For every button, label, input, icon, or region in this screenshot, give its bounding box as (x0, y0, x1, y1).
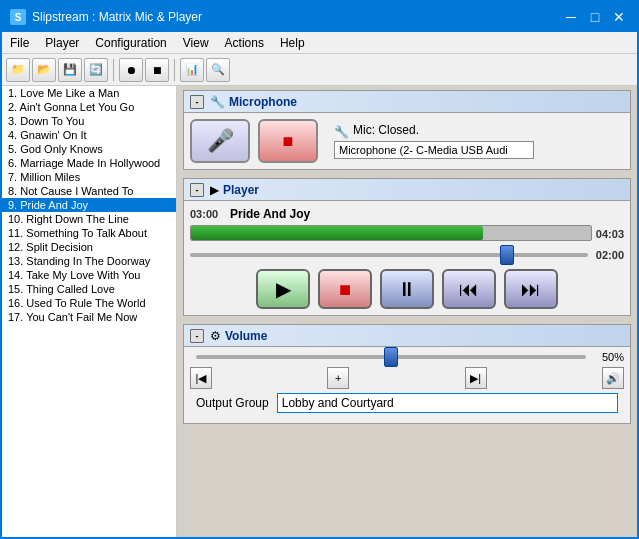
microphone-section-header: - 🔧 Microphone (184, 91, 630, 113)
tb-refresh-button[interactable]: 🔄 (84, 58, 108, 82)
tb-save-button[interactable]: 💾 (58, 58, 82, 82)
minimize-button[interactable]: ─ (561, 7, 581, 27)
player-title: Player (223, 183, 259, 197)
vol-speaker-icon: 🔊 (606, 372, 620, 385)
volume-track[interactable] (196, 355, 586, 359)
vol-start-icon: |◀ (196, 372, 207, 385)
player-section: - ▶ Player 03:00 Pride And Joy (183, 178, 631, 316)
vol-add-icon: + (335, 372, 341, 384)
tb-open-button[interactable]: 📂 (32, 58, 56, 82)
tb-new-button[interactable]: 📁 (6, 58, 30, 82)
toolbar-separator-1 (113, 59, 114, 81)
microphone-section: - 🔧 Microphone 🎤 ■ 🔧 (183, 90, 631, 170)
microphone-section-body: 🎤 ■ 🔧 Mic: Closed. Microphone (2- C-Medi… (184, 113, 630, 169)
player-icon: ▶ (210, 183, 219, 197)
tb-stop-button[interactable]: ⏹ (145, 58, 169, 82)
volume-thumb[interactable] (384, 347, 398, 367)
playlist-item-2[interactable]: 2. Ain't Gonna Let You Go (2, 100, 176, 114)
playlist-item-10[interactable]: 10. Right Down The Line (2, 212, 176, 226)
stop-button[interactable]: ■ (318, 269, 372, 309)
output-group-input[interactable] (277, 393, 618, 413)
player-collapse-button[interactable]: - (190, 183, 204, 197)
toolbar-separator-2 (174, 59, 175, 81)
close-button[interactable]: ✕ (609, 7, 629, 27)
playlist-item-1[interactable]: 1. Love Me Like a Man (2, 86, 176, 100)
mic-controls: 🎤 ■ 🔧 Mic: Closed. Microphone (2- C-Medi… (190, 119, 624, 163)
maximize-button[interactable]: □ (585, 7, 605, 27)
progress-bar-container[interactable] (190, 225, 592, 241)
playlist-item-17[interactable]: 17. You Can't Fail Me Now (2, 310, 176, 324)
window-title: Slipstream : Matrix Mic & Player (32, 10, 561, 24)
menu-bar: File Player Configuration View Actions H… (2, 32, 637, 54)
menu-actions[interactable]: Actions (217, 34, 272, 51)
player-total-time: 04:03 (596, 228, 624, 240)
tb-record-button[interactable]: ⏺ (119, 58, 143, 82)
microphone-icon: 🔧 (210, 95, 225, 109)
volume-controls: |◀ + ▶| 🔊 (190, 367, 624, 389)
main-window: S Slipstream : Matrix Mic & Player ─ □ ✕… (0, 0, 639, 539)
playlist-item-6[interactable]: 6. Marriage Made In Hollywood (2, 156, 176, 170)
app-icon: S (10, 9, 26, 25)
mic-device-display: Microphone (2- C-Media USB Audi (334, 141, 534, 159)
playlist-item-5[interactable]: 5. God Only Knows (2, 142, 176, 156)
playlist-item-8[interactable]: 8. Not Cause I Wanted To (2, 184, 176, 198)
play-icon: ▶ (276, 277, 291, 301)
playlist-item-3[interactable]: 3. Down To You (2, 114, 176, 128)
volume-settings-icon: ⚙ (210, 329, 221, 343)
playlist-item-16[interactable]: 16. Used To Rule The World (2, 296, 176, 310)
player-buttons: ▶ ■ ⏸ ⏮ ⏭ (190, 269, 624, 309)
playlist-item-7[interactable]: 7. Million Miles (2, 170, 176, 184)
menu-view[interactable]: View (175, 34, 217, 51)
vol-speaker-button[interactable]: 🔊 (602, 367, 624, 389)
playlist-item-13[interactable]: 13. Standing In The Doorway (2, 254, 176, 268)
stop-icon: ■ (339, 278, 351, 301)
volume-collapse-button[interactable]: - (190, 329, 204, 343)
playlist-item-4[interactable]: 4. Gnawin' On It (2, 128, 176, 142)
tb-search-button[interactable]: 🔍 (206, 58, 230, 82)
vol-end-button[interactable]: ▶| (465, 367, 487, 389)
progress-row: 04:03 (190, 225, 624, 245)
output-group-label: Output Group (196, 396, 269, 410)
vol-end-icon: ▶| (470, 372, 481, 385)
volume-percent: 50% (592, 351, 624, 363)
tb-chart-button[interactable]: 📊 (180, 58, 204, 82)
pause-icon: ⏸ (397, 278, 417, 301)
mic-status-row: 🔧 Mic: Closed. (334, 123, 624, 141)
volume-title: Volume (225, 329, 267, 343)
menu-file[interactable]: File (2, 34, 37, 51)
play-button[interactable]: ▶ (256, 269, 310, 309)
playlist-item-15[interactable]: 15. Thing Called Love (2, 282, 176, 296)
microphone-collapse-button[interactable]: - (190, 95, 204, 109)
prev-button[interactable]: ⏮ (442, 269, 496, 309)
prev-icon: ⏮ (459, 278, 479, 301)
window-controls: ─ □ ✕ (561, 7, 629, 27)
volume-section: - ⚙ Volume 50% |◀ (183, 324, 631, 424)
menu-configuration[interactable]: Configuration (87, 34, 174, 51)
progress-bar-fill (191, 226, 483, 240)
main-content: 1. Love Me Like a Man 2. Ain't Gonna Let… (2, 86, 637, 537)
volume-section-header: - ⚙ Volume (184, 325, 630, 347)
app-icon-label: S (15, 12, 22, 23)
next-icon: ⏭ (521, 278, 541, 301)
mic-stop-button[interactable]: ■ (258, 119, 318, 163)
menu-help[interactable]: Help (272, 34, 313, 51)
playlist: 1. Love Me Like a Man 2. Ain't Gonna Let… (2, 86, 177, 537)
playlist-item-11[interactable]: 11. Something To Talk About (2, 226, 176, 240)
microphone-title: Microphone (229, 95, 297, 109)
seek-row: 02:00 (190, 245, 624, 265)
playlist-item-12[interactable]: 12. Split Decision (2, 240, 176, 254)
playlist-item-14[interactable]: 14. Take My Love With You (2, 268, 176, 282)
seek-thumb[interactable] (500, 245, 514, 265)
menu-player[interactable]: Player (37, 34, 87, 51)
seek-track[interactable] (190, 253, 588, 257)
next-button[interactable]: ⏭ (504, 269, 558, 309)
pause-button[interactable]: ⏸ (380, 269, 434, 309)
vol-add-button[interactable]: + (327, 367, 349, 389)
player-current-time: 03:00 (190, 208, 222, 220)
mic-record-button[interactable]: 🎤 (190, 119, 250, 163)
title-bar: S Slipstream : Matrix Mic & Player ─ □ ✕ (2, 2, 637, 32)
mic-status-text: Mic: Closed. (353, 123, 419, 137)
playlist-item-9[interactable]: 9. Pride And Joy (2, 198, 176, 212)
vol-start-button[interactable]: |◀ (190, 367, 212, 389)
volume-section-body: 50% |◀ + ▶| 🔊 (184, 347, 630, 423)
